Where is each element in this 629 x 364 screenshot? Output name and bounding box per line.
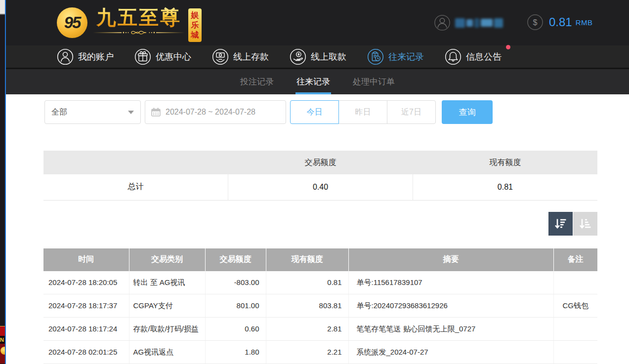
cell-remark	[553, 271, 597, 294]
sort-ascending-button[interactable]	[573, 212, 597, 236]
cell-remark	[553, 341, 597, 364]
cell-current-amount: 2.81	[266, 318, 348, 341]
cell-time: 2024-07-28 18:17:24	[43, 318, 129, 341]
balance-currency: RMB	[576, 18, 593, 27]
cell-transaction-amount: 1.80	[205, 341, 266, 364]
date-range-input[interactable]: 2024-07-28 ~ 2024-07-28	[145, 100, 286, 124]
screen: N 95 九五至尊	[0, 0, 629, 364]
content-area: 全部 2024-07-28 ~ 2024-07-28	[6, 100, 629, 364]
tab-betting-records[interactable]: 投注记录	[240, 69, 274, 94]
col-header-current-amount: 现有额度	[266, 248, 348, 271]
cell-summary: 系统派发_2024-07-27	[348, 341, 553, 364]
chevron-down-icon	[128, 111, 134, 114]
nav-item-my-account[interactable]: 我的账户	[57, 48, 114, 65]
table-row: 2024-07-28 02:01:25AG视讯返点1.802.21系统派发_20…	[43, 341, 597, 364]
left-edge-top-fragment	[0, 0, 5, 15]
bell-icon	[445, 48, 461, 65]
deposit-icon	[212, 48, 229, 65]
left-edge-strip: N	[0, 0, 5, 364]
site-logo[interactable]: 95 九五至尊	[57, 6, 202, 42]
col-header-transaction-amount: 交易额度	[205, 248, 266, 271]
tab-processing-orders[interactable]: 处理中订单	[353, 69, 395, 94]
cell-transaction-amount: 801.00	[205, 294, 266, 318]
sort-asc-icon	[579, 217, 592, 230]
query-button[interactable]: 查询	[442, 100, 493, 124]
cell-remark	[553, 318, 597, 341]
svg-text:$: $	[533, 18, 538, 27]
cell-current-amount: 0.81	[266, 271, 348, 294]
summary-total-label: 总计	[43, 174, 228, 200]
cell-type: AG视讯返点	[129, 341, 205, 364]
col-header-summary: 摘要	[348, 248, 553, 271]
user-icon	[57, 48, 74, 65]
promo-banner-fragment: N	[0, 326, 5, 364]
nav-item-transactions[interactable]: 往来记录	[367, 48, 424, 65]
nav-item-deposit[interactable]: 线上存款	[212, 48, 269, 65]
calendar-icon	[151, 107, 161, 118]
records-icon	[367, 48, 384, 65]
filter-row: 全部 2024-07-28 ~ 2024-07-28	[44, 100, 629, 124]
summary-header-empty	[43, 151, 228, 174]
balance-chip[interactable]: $ 0.81 RMB	[527, 14, 593, 31]
summary-transaction-amount: 0.40	[228, 174, 413, 200]
cell-current-amount: 803.81	[266, 294, 348, 318]
nav-item-announcements[interactable]: 信息公告	[445, 48, 502, 65]
logo-badge: 娱乐城	[188, 8, 202, 42]
coin-fragment-icon	[0, 344, 5, 364]
cell-current-amount: 2.21	[266, 341, 348, 364]
summary-current-amount: 0.81	[413, 174, 597, 200]
col-header-time: 时间	[43, 248, 129, 271]
dollar-coin-icon: $	[527, 14, 544, 31]
logo-title: 九五至尊	[96, 6, 181, 28]
quick-range-group: 今日 昨日 近7日	[290, 100, 436, 124]
range-last7days-button[interactable]: 近7日	[387, 100, 436, 124]
withdraw-icon	[290, 48, 306, 65]
table-row: 2024-07-28 18:17:37CGPAY支付801.00803.81单号…	[43, 294, 597, 318]
records-table: 时间 交易类别 交易额度 现有额度 摘要 备注 2024-07-28 18:20…	[43, 248, 597, 364]
cell-transaction-amount: 0.60	[205, 318, 266, 341]
summary-header-transaction-amount: 交易额度	[228, 151, 413, 174]
range-yesterday-button[interactable]: 昨日	[338, 100, 387, 124]
table-row: 2024-07-28 18:20:05转出 至 AG视讯-803.000.81单…	[43, 271, 597, 294]
nav-item-withdraw[interactable]: 线上取款	[290, 48, 346, 65]
summary-total-row: 总计 0.40 0.81	[43, 174, 597, 200]
main-page: 95 九五至尊	[6, 0, 629, 364]
user-avatar-icon	[434, 14, 451, 31]
records-tbody: 2024-07-28 18:20:05转出 至 AG视讯-803.000.81单…	[43, 271, 597, 364]
subnav: 投注记录 往来记录 处理中订单	[6, 69, 629, 94]
notification-dot	[506, 45, 510, 49]
sort-descending-button[interactable]	[548, 212, 573, 236]
site-header: 95 九五至尊	[6, 0, 629, 45]
cell-transaction-amount: -803.00	[205, 271, 266, 294]
logo-flourish-icon	[92, 29, 186, 36]
col-header-type: 交易类别	[129, 248, 205, 271]
window-divider-line	[5, 0, 6, 364]
cell-type: CGPAY支付	[129, 294, 205, 318]
range-today-button[interactable]: 今日	[290, 100, 339, 124]
cell-summary: 单号:202407293683612926	[348, 294, 553, 318]
col-header-remark: 备注	[553, 248, 597, 271]
cell-remark: CG钱包	[553, 294, 597, 318]
cell-type: 转出 至 AG视讯	[129, 271, 205, 294]
main-nav: 我的账户 优惠中心 线上存款	[6, 45, 629, 69]
username-blurred	[455, 18, 503, 28]
balance-amount: 0.81	[549, 15, 572, 29]
type-select[interactable]: 全部	[44, 100, 141, 124]
gift-icon	[134, 48, 151, 65]
cell-summary: 单号:115617839107	[348, 271, 553, 294]
cell-time: 2024-07-28 18:17:37	[43, 294, 129, 318]
sort-desc-icon	[554, 217, 567, 230]
cell-summary: 笔笔存笔笔送 贴心回馈无上限_0727	[348, 318, 553, 341]
user-account-chip[interactable]	[434, 14, 503, 31]
table-row: 2024-07-28 18:17:24存款/取款/打码/损益0.602.81笔笔…	[43, 318, 597, 341]
sort-controls	[43, 212, 597, 236]
tab-transaction-records[interactable]: 往来记录	[296, 69, 330, 94]
logo-monogram-icon: 95	[57, 7, 87, 38]
summary-header-current-amount: 现有额度	[413, 151, 597, 174]
cell-time: 2024-07-28 02:01:25	[43, 341, 129, 364]
nav-item-promotions[interactable]: 优惠中心	[134, 48, 191, 65]
summary-table: 交易额度 现有额度 总计 0.40 0.81	[43, 151, 597, 201]
cell-type: 存款/取款/打码/损益	[129, 318, 205, 341]
cell-time: 2024-07-28 18:20:05	[43, 271, 129, 294]
